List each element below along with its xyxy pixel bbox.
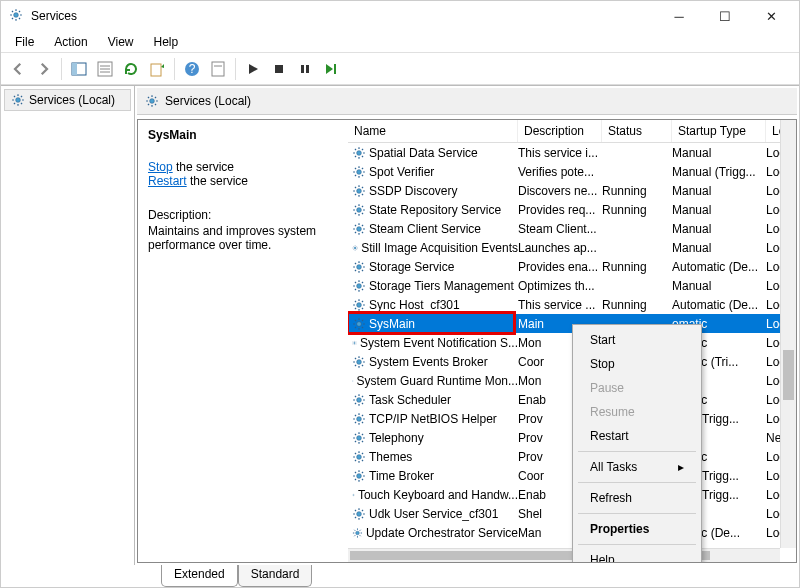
svg-point-28 — [354, 342, 356, 344]
tree-label: Services (Local) — [29, 93, 115, 107]
col-status[interactable]: Status — [602, 120, 672, 142]
description-text: Maintains and improves system performanc… — [148, 224, 338, 252]
service-row[interactable]: Storage ServiceProvides ena...RunningAut… — [348, 257, 796, 276]
service-row[interactable]: State Repository ServiceProvides req...R… — [348, 200, 796, 219]
service-row[interactable]: Storage Tiers ManagementOptimizes th...M… — [348, 276, 796, 295]
menu-item-help[interactable]: Help — [576, 548, 698, 562]
list-header: Name Description Status Startup Type Log — [348, 120, 796, 143]
svg-point-18 — [357, 150, 362, 155]
menu-item-pause: Pause — [576, 376, 698, 400]
col-description[interactable]: Description — [518, 120, 602, 142]
menu-view[interactable]: View — [100, 33, 142, 51]
vertical-scrollbar[interactable] — [780, 120, 796, 548]
menu-item-refresh[interactable]: Refresh — [576, 486, 698, 510]
tree-services-local[interactable]: Services (Local) — [4, 89, 131, 111]
svg-point-26 — [357, 302, 362, 307]
menu-separator — [578, 451, 696, 452]
refresh-button[interactable] — [120, 58, 142, 80]
svg-point-22 — [357, 226, 362, 231]
service-row[interactable]: Still Image Acquisition EventsLaunches a… — [348, 238, 796, 257]
menu-item-properties[interactable]: Properties — [576, 517, 698, 541]
svg-point-29 — [357, 359, 362, 364]
svg-point-27 — [357, 321, 362, 326]
service-row[interactable]: Sync Host_cf301This service ...RunningAu… — [348, 295, 796, 314]
svg-point-19 — [357, 169, 362, 174]
menu-item-start[interactable]: Start — [576, 328, 698, 352]
maximize-button[interactable]: ☐ — [711, 6, 739, 26]
col-startup[interactable]: Startup Type — [672, 120, 766, 142]
description-label: Description: — [148, 208, 338, 222]
svg-point-20 — [357, 188, 362, 193]
svg-rect-2 — [72, 63, 77, 75]
svg-point-16 — [16, 98, 21, 103]
menu-action[interactable]: Action — [46, 33, 95, 51]
menu-separator — [578, 513, 696, 514]
show-hide-button[interactable] — [68, 58, 90, 80]
minimize-button[interactable]: ─ — [665, 6, 693, 26]
detail-pane: SysMain Stop the service Restart the ser… — [138, 120, 348, 562]
svg-rect-12 — [275, 65, 283, 73]
left-pane: Services (Local) — [1, 86, 135, 565]
toolbar: ? — [1, 53, 799, 85]
context-menu: StartStopPauseResumeRestartAll Tasks▸Ref… — [572, 324, 702, 562]
svg-rect-14 — [306, 65, 309, 73]
svg-rect-10 — [212, 62, 224, 76]
menubar: File Action View Help — [1, 31, 799, 53]
service-row[interactable]: Steam Client ServiceSteam Client...Manua… — [348, 219, 796, 238]
tab-standard[interactable]: Standard — [238, 565, 313, 587]
svg-point-23 — [354, 246, 356, 248]
svg-point-0 — [14, 13, 19, 18]
properties-button[interactable] — [94, 58, 116, 80]
svg-point-32 — [357, 416, 362, 421]
restart-service-button[interactable] — [320, 58, 342, 80]
svg-point-25 — [357, 283, 362, 288]
services-icon — [9, 8, 25, 24]
menu-help[interactable]: Help — [146, 33, 187, 51]
back-button[interactable] — [7, 58, 29, 80]
stop-service-button[interactable] — [268, 58, 290, 80]
menu-item-all-tasks[interactable]: All Tasks▸ — [576, 455, 698, 479]
restart-link[interactable]: Restart — [148, 174, 187, 188]
forward-button[interactable] — [33, 58, 55, 80]
svg-point-24 — [357, 264, 362, 269]
svg-point-38 — [356, 531, 360, 535]
menu-item-stop[interactable]: Stop — [576, 352, 698, 376]
svg-point-31 — [357, 397, 362, 402]
svg-point-30 — [353, 380, 354, 381]
menu-item-restart[interactable]: Restart — [576, 424, 698, 448]
service-row[interactable]: Spot VerifierVerifies pote...Manual (Tri… — [348, 162, 796, 181]
help-index-button[interactable] — [207, 58, 229, 80]
menu-file[interactable]: File — [7, 33, 42, 51]
service-row[interactable]: SSDP DiscoveryDiscovers ne...RunningManu… — [348, 181, 796, 200]
svg-point-35 — [357, 473, 362, 478]
svg-point-34 — [357, 454, 362, 459]
window-title: Services — [31, 9, 665, 23]
horizontal-scrollbar[interactable] — [348, 548, 780, 562]
svg-text:?: ? — [189, 62, 196, 76]
svg-point-21 — [357, 207, 362, 212]
start-service-button[interactable] — [242, 58, 264, 80]
right-header-label: Services (Local) — [165, 94, 251, 108]
menu-item-resume: Resume — [576, 400, 698, 424]
service-row[interactable]: Spatial Data ServiceThis service i...Man… — [348, 143, 796, 162]
menu-separator — [578, 482, 696, 483]
svg-point-17 — [150, 99, 155, 104]
services-list: Name Description Status Startup Type Log… — [348, 120, 796, 562]
help-button[interactable]: ? — [181, 58, 203, 80]
export-button[interactable] — [146, 58, 168, 80]
selected-service-name: SysMain — [148, 128, 338, 142]
pause-service-button[interactable] — [294, 58, 316, 80]
svg-rect-7 — [151, 64, 161, 76]
stop-link[interactable]: Stop — [148, 160, 173, 174]
svg-rect-15 — [334, 64, 336, 74]
close-button[interactable]: ✕ — [757, 6, 785, 26]
titlebar: Services ─ ☐ ✕ — [1, 1, 799, 31]
tab-extended[interactable]: Extended — [161, 565, 238, 587]
right-header: Services (Local) — [137, 88, 797, 115]
svg-point-36 — [353, 494, 354, 495]
col-name[interactable]: Name — [348, 120, 518, 142]
menu-separator — [578, 544, 696, 545]
svg-point-33 — [357, 435, 362, 440]
svg-rect-13 — [301, 65, 304, 73]
svg-point-37 — [357, 511, 362, 516]
